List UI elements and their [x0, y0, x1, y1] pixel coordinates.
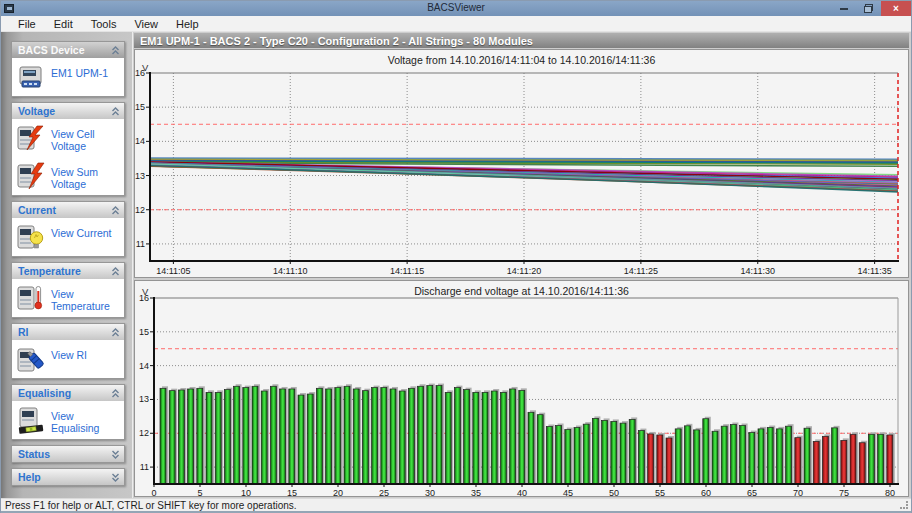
- ri-icon: [16, 344, 46, 374]
- sidebar-item-view-cell-voltage[interactable]: View Cell Voltage: [12, 119, 124, 157]
- section-label: Equalising: [18, 387, 71, 399]
- menu-item-help[interactable]: Help: [167, 16, 208, 31]
- svg-text:14:11:30: 14:11:30: [741, 266, 775, 276]
- section-label: RI: [18, 326, 29, 338]
- equalising-icon: [16, 405, 46, 435]
- svg-text:45: 45: [563, 488, 573, 496]
- restore-icon: [864, 4, 873, 13]
- menu-bar: File Edit Tools View Help: [1, 16, 911, 32]
- sidebar-section-voltage: Voltage View Cell Voltage: [11, 102, 125, 196]
- chevron-up-icon: [111, 389, 120, 398]
- discharge-bar-chart-canvas[interactable]: 1615141312110510152025303540455055606570…: [135, 281, 908, 496]
- sidebar-item-em1-upm1[interactable]: EM1 UPM-1: [12, 58, 124, 96]
- svg-text:14:11:20: 14:11:20: [507, 266, 541, 276]
- close-icon: ×: [893, 3, 899, 14]
- title-bar: BACSViewer ×: [1, 1, 911, 16]
- svg-text:15: 15: [287, 488, 297, 496]
- page-title: EM1 UPM-1 - BACS 2 - Type C20 - Configur…: [140, 35, 533, 47]
- svg-text:14:11:05: 14:11:05: [156, 266, 190, 276]
- chevron-up-icon: [111, 46, 120, 55]
- status-bar: Press F1 for help or ALT, CTRL or SHIFT …: [1, 498, 911, 511]
- section-label: Status: [18, 448, 50, 460]
- menu-item-tools[interactable]: Tools: [82, 16, 126, 31]
- svg-text:25: 25: [379, 488, 389, 496]
- sidebar-header-current[interactable]: Current: [12, 202, 124, 218]
- svg-text:80: 80: [885, 488, 895, 496]
- sidebar-item-view-ri[interactable]: View RI: [12, 340, 124, 378]
- sidebar-section-help: Help: [11, 468, 125, 486]
- svg-text:0: 0: [151, 488, 156, 496]
- section-label: Temperature: [18, 265, 81, 277]
- section-label: Current: [18, 204, 56, 216]
- temperature-icon: [16, 283, 46, 313]
- resize-grip-icon[interactable]: [899, 501, 908, 509]
- svg-text:35: 35: [471, 488, 481, 496]
- sidebar-section-temperature: Temperature View Temperature: [11, 262, 125, 318]
- sidebar-item-label: View Cell Voltage: [51, 128, 122, 152]
- content-header: EM1 UPM-1 - BACS 2 - Type C20 - Configur…: [134, 33, 909, 48]
- sidebar-item-label: EM1 UPM-1: [51, 67, 108, 79]
- chevron-up-icon: [111, 267, 120, 276]
- minimize-icon: [840, 8, 848, 10]
- chevron-up-icon: [111, 328, 120, 337]
- menu-item-file[interactable]: File: [9, 16, 45, 31]
- sidebar-item-label: View RI: [51, 349, 87, 361]
- sidebar: BACS Device EM1 UPM-1 Voltage: [1, 32, 132, 498]
- sidebar-section-bacs-device: BACS Device EM1 UPM-1: [11, 41, 125, 97]
- sidebar-item-view-sum-voltage[interactable]: View Sum Voltage: [12, 157, 124, 195]
- section-label: BACS Device: [18, 44, 85, 56]
- close-button[interactable]: ×: [881, 1, 911, 16]
- svg-text:16: 16: [139, 293, 149, 303]
- sidebar-item-label: View Current: [51, 227, 112, 239]
- svg-text:70: 70: [793, 488, 803, 496]
- section-label: Voltage: [18, 105, 55, 117]
- chevron-up-icon: [111, 206, 120, 215]
- menu-item-view[interactable]: View: [125, 16, 167, 31]
- content-area: EM1 UPM-1 - BACS 2 - Type C20 - Configur…: [133, 32, 911, 498]
- svg-text:12: 12: [135, 205, 145, 215]
- sidebar-header-equalising[interactable]: Equalising: [12, 385, 124, 401]
- sidebar-section-status: Status: [11, 445, 125, 463]
- svg-text:15: 15: [139, 327, 149, 337]
- sidebar-item-label: View Sum Voltage: [51, 166, 122, 190]
- sidebar-item-label: View Equalising: [51, 410, 122, 434]
- voltage-chart-panel: Voltage from 14.10.2016/14:11:04 to 14.1…: [134, 49, 909, 278]
- bacs-device-icon: [16, 62, 46, 92]
- sidebar-section-ri: RI View RI: [11, 323, 125, 379]
- menu-item-edit[interactable]: Edit: [45, 16, 82, 31]
- svg-text:75: 75: [839, 488, 849, 496]
- current-icon: [16, 222, 46, 252]
- sidebar-item-view-current[interactable]: View Current: [12, 218, 124, 256]
- sidebar-header-temperature[interactable]: Temperature: [12, 263, 124, 279]
- sidebar-header-help[interactable]: Help: [12, 469, 124, 485]
- svg-text:40: 40: [517, 488, 527, 496]
- sidebar-item-view-equalising[interactable]: View Equalising: [12, 401, 124, 439]
- sidebar-header-voltage[interactable]: Voltage: [12, 103, 124, 119]
- sidebar-section-equalising: Equalising View Equalising: [11, 384, 125, 440]
- svg-text:14:11:25: 14:11:25: [624, 266, 658, 276]
- svg-text:13: 13: [135, 171, 145, 181]
- status-text: Press F1 for help or ALT, CTRL or SHIFT …: [5, 500, 297, 511]
- svg-text:5: 5: [197, 488, 202, 496]
- sidebar-item-view-temperature[interactable]: View Temperature: [12, 279, 124, 317]
- svg-text:55: 55: [655, 488, 665, 496]
- voltage-line-chart-canvas[interactable]: 16151413121114:11:0514:11:1014:11:1514:1…: [135, 50, 908, 277]
- section-label: Help: [18, 471, 41, 483]
- svg-text:14:11:10: 14:11:10: [273, 266, 307, 276]
- svg-text:14: 14: [135, 136, 145, 146]
- bacsviewer-window: BACSViewer × File Edit Tools View Help B…: [0, 0, 912, 513]
- cell-voltage-icon: [16, 123, 46, 153]
- restore-button[interactable]: [856, 1, 881, 16]
- sidebar-header-ri[interactable]: RI: [12, 324, 124, 340]
- svg-text:60: 60: [701, 488, 711, 496]
- svg-text:11: 11: [140, 462, 149, 472]
- chevron-down-icon: [111, 473, 120, 482]
- sidebar-header-bacs-device[interactable]: BACS Device: [12, 42, 124, 58]
- svg-text:65: 65: [747, 488, 757, 496]
- window-controls: ×: [831, 1, 911, 16]
- sum-voltage-icon: [16, 161, 46, 191]
- sidebar-header-status[interactable]: Status: [12, 446, 124, 462]
- minimize-button[interactable]: [831, 1, 856, 16]
- svg-text:11: 11: [136, 239, 145, 249]
- svg-text:50: 50: [609, 488, 619, 496]
